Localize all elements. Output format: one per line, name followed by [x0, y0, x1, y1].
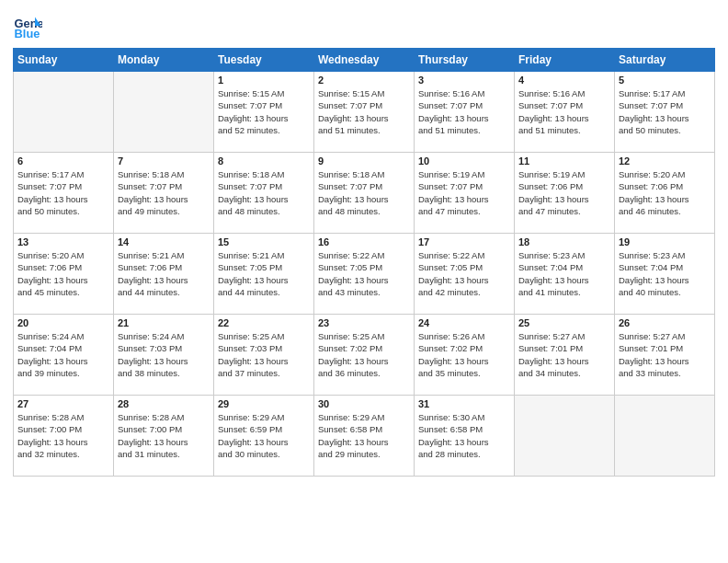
day-info: Sunrise: 5:22 AM Sunset: 7:05 PM Dayligh… [318, 249, 410, 298]
day-number: 18 [518, 236, 610, 247]
day-info: Sunrise: 5:27 AM Sunset: 7:01 PM Dayligh… [518, 330, 610, 379]
week-row-0: 1Sunrise: 5:15 AM Sunset: 7:07 PM Daylig… [14, 72, 715, 153]
day-info: Sunrise: 5:27 AM Sunset: 7:01 PM Dayligh… [619, 330, 711, 379]
day-number: 15 [218, 236, 310, 247]
day-info: Sunrise: 5:19 AM Sunset: 7:07 PM Dayligh… [418, 168, 510, 217]
day-cell: 1Sunrise: 5:15 AM Sunset: 7:07 PM Daylig… [214, 72, 314, 153]
day-number: 16 [318, 236, 410, 247]
day-info: Sunrise: 5:24 AM Sunset: 7:04 PM Dayligh… [17, 330, 109, 379]
day-number: 8 [218, 155, 310, 167]
calendar: SundayMondayTuesdayWednesdayThursdayFrid… [13, 48, 715, 477]
day-number: 21 [118, 317, 210, 328]
day-number: 24 [418, 317, 510, 328]
day-cell [14, 72, 114, 153]
day-info: Sunrise: 5:18 AM Sunset: 7:07 PM Dayligh… [118, 168, 210, 217]
day-number: 12 [619, 155, 711, 167]
day-cell: 29Sunrise: 5:29 AM Sunset: 6:59 PM Dayli… [214, 396, 314, 477]
day-info: Sunrise: 5:17 AM Sunset: 7:07 PM Dayligh… [17, 168, 109, 217]
day-number: 22 [218, 317, 310, 328]
day-cell: 17Sunrise: 5:22 AM Sunset: 7:05 PM Dayli… [415, 234, 515, 315]
day-cell: 20Sunrise: 5:24 AM Sunset: 7:04 PM Dayli… [14, 315, 114, 396]
day-cell: 31Sunrise: 5:30 AM Sunset: 6:58 PM Dayli… [415, 396, 515, 477]
day-number: 26 [619, 317, 711, 328]
day-cell: 10Sunrise: 5:19 AM Sunset: 7:07 PM Dayli… [415, 153, 515, 234]
col-header-monday: Monday [114, 49, 214, 72]
day-number: 23 [318, 317, 410, 328]
day-cell: 30Sunrise: 5:29 AM Sunset: 6:58 PM Dayli… [314, 396, 415, 477]
day-cell [615, 396, 715, 477]
day-info: Sunrise: 5:22 AM Sunset: 7:05 PM Dayligh… [418, 249, 510, 298]
day-info: Sunrise: 5:19 AM Sunset: 7:06 PM Dayligh… [518, 168, 610, 217]
day-cell: 19Sunrise: 5:23 AM Sunset: 7:04 PM Dayli… [615, 234, 715, 315]
col-header-wednesday: Wednesday [314, 49, 415, 72]
day-info: Sunrise: 5:20 AM Sunset: 7:06 PM Dayligh… [619, 168, 711, 217]
day-info: Sunrise: 5:25 AM Sunset: 7:03 PM Dayligh… [218, 330, 310, 379]
day-info: Sunrise: 5:29 AM Sunset: 6:58 PM Dayligh… [318, 411, 410, 460]
day-info: Sunrise: 5:24 AM Sunset: 7:03 PM Dayligh… [118, 330, 210, 379]
day-number: 30 [318, 398, 410, 409]
day-cell: 4Sunrise: 5:16 AM Sunset: 7:07 PM Daylig… [515, 72, 615, 153]
header: General Blue [13, 11, 715, 40]
day-cell: 11Sunrise: 5:19 AM Sunset: 7:06 PM Dayli… [515, 153, 615, 234]
page: General Blue SundayMondayTuesdayWednesda… [0, 0, 728, 563]
week-row-3: 20Sunrise: 5:24 AM Sunset: 7:04 PM Dayli… [14, 315, 715, 396]
day-cell: 12Sunrise: 5:20 AM Sunset: 7:06 PM Dayli… [615, 153, 715, 234]
day-number: 11 [518, 155, 610, 167]
day-cell: 15Sunrise: 5:21 AM Sunset: 7:05 PM Dayli… [214, 234, 314, 315]
col-header-saturday: Saturday [615, 49, 715, 72]
day-number: 4 [518, 75, 610, 86]
day-cell: 9Sunrise: 5:18 AM Sunset: 7:07 PM Daylig… [314, 153, 415, 234]
day-info: Sunrise: 5:26 AM Sunset: 7:02 PM Dayligh… [418, 330, 510, 379]
day-info: Sunrise: 5:29 AM Sunset: 6:59 PM Dayligh… [218, 411, 310, 460]
logo-icon: General Blue [13, 11, 42, 40]
day-info: Sunrise: 5:17 AM Sunset: 7:07 PM Dayligh… [619, 87, 711, 136]
day-cell: 22Sunrise: 5:25 AM Sunset: 7:03 PM Dayli… [214, 315, 314, 396]
col-header-thursday: Thursday [415, 49, 515, 72]
day-info: Sunrise: 5:28 AM Sunset: 7:00 PM Dayligh… [17, 411, 109, 460]
day-number: 28 [118, 398, 210, 409]
col-header-friday: Friday [515, 49, 615, 72]
day-info: Sunrise: 5:18 AM Sunset: 7:07 PM Dayligh… [318, 168, 410, 217]
day-cell: 6Sunrise: 5:17 AM Sunset: 7:07 PM Daylig… [14, 153, 114, 234]
day-number: 31 [418, 398, 510, 409]
week-row-1: 6Sunrise: 5:17 AM Sunset: 7:07 PM Daylig… [14, 153, 715, 234]
day-info: Sunrise: 5:15 AM Sunset: 7:07 PM Dayligh… [218, 87, 310, 136]
day-info: Sunrise: 5:30 AM Sunset: 6:58 PM Dayligh… [418, 411, 510, 460]
day-cell: 16Sunrise: 5:22 AM Sunset: 7:05 PM Dayli… [314, 234, 415, 315]
day-number: 27 [17, 398, 109, 409]
day-number: 20 [17, 317, 109, 328]
day-cell: 5Sunrise: 5:17 AM Sunset: 7:07 PM Daylig… [615, 72, 715, 153]
day-info: Sunrise: 5:21 AM Sunset: 7:06 PM Dayligh… [118, 249, 210, 298]
day-cell: 28Sunrise: 5:28 AM Sunset: 7:00 PM Dayli… [114, 396, 214, 477]
day-number: 29 [218, 398, 310, 409]
day-cell: 8Sunrise: 5:18 AM Sunset: 7:07 PM Daylig… [214, 153, 314, 234]
day-cell: 13Sunrise: 5:20 AM Sunset: 7:06 PM Dayli… [14, 234, 114, 315]
day-cell [515, 396, 615, 477]
day-cell: 3Sunrise: 5:16 AM Sunset: 7:07 PM Daylig… [415, 72, 515, 153]
day-info: Sunrise: 5:16 AM Sunset: 7:07 PM Dayligh… [518, 87, 610, 136]
day-number: 19 [619, 236, 711, 247]
day-cell: 14Sunrise: 5:21 AM Sunset: 7:06 PM Dayli… [114, 234, 214, 315]
day-cell: 7Sunrise: 5:18 AM Sunset: 7:07 PM Daylig… [114, 153, 214, 234]
day-cell: 21Sunrise: 5:24 AM Sunset: 7:03 PM Dayli… [114, 315, 214, 396]
day-info: Sunrise: 5:18 AM Sunset: 7:07 PM Dayligh… [218, 168, 310, 217]
day-number: 1 [218, 75, 310, 86]
day-info: Sunrise: 5:28 AM Sunset: 7:00 PM Dayligh… [118, 411, 210, 460]
day-cell: 24Sunrise: 5:26 AM Sunset: 7:02 PM Dayli… [415, 315, 515, 396]
week-row-2: 13Sunrise: 5:20 AM Sunset: 7:06 PM Dayli… [14, 234, 715, 315]
calendar-header-row: SundayMondayTuesdayWednesdayThursdayFrid… [14, 49, 715, 72]
day-number: 6 [17, 155, 109, 167]
col-header-sunday: Sunday [14, 49, 114, 72]
day-number: 10 [418, 155, 510, 167]
day-number: 2 [318, 75, 410, 86]
day-info: Sunrise: 5:23 AM Sunset: 7:04 PM Dayligh… [518, 249, 610, 298]
day-info: Sunrise: 5:16 AM Sunset: 7:07 PM Dayligh… [418, 87, 510, 136]
day-info: Sunrise: 5:21 AM Sunset: 7:05 PM Dayligh… [218, 249, 310, 298]
day-number: 14 [118, 236, 210, 247]
day-number: 7 [118, 155, 210, 167]
day-number: 5 [619, 75, 711, 86]
day-cell: 25Sunrise: 5:27 AM Sunset: 7:01 PM Dayli… [515, 315, 615, 396]
day-number: 9 [318, 155, 410, 167]
day-number: 3 [418, 75, 510, 86]
day-cell: 18Sunrise: 5:23 AM Sunset: 7:04 PM Dayli… [515, 234, 615, 315]
